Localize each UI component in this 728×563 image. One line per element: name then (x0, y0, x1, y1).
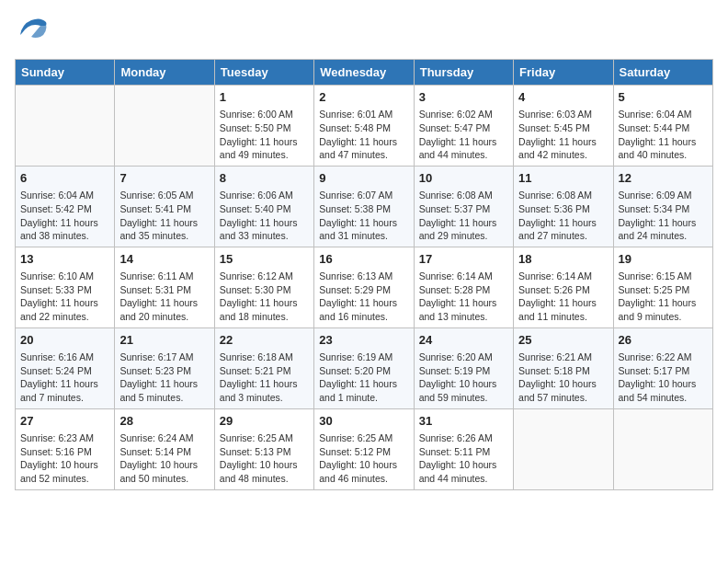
day-number: 1 (220, 89, 309, 106)
calendar-cell: 18Sunrise: 6:14 AM Sunset: 5:26 PM Dayli… (514, 247, 613, 327)
calendar-week-row: 20Sunrise: 6:16 AM Sunset: 5:24 PM Dayli… (16, 327, 713, 408)
day-info: Sunrise: 6:04 AM Sunset: 5:44 PM Dayligh… (619, 108, 708, 162)
day-number: 15 (220, 251, 309, 268)
day-of-week-header: Friday (514, 60, 613, 86)
day-of-week-header: Thursday (414, 60, 513, 86)
day-of-week-header: Monday (115, 60, 214, 86)
calendar-cell: 16Sunrise: 6:13 AM Sunset: 5:29 PM Dayli… (314, 247, 414, 327)
calendar-cell: 26Sunrise: 6:22 AM Sunset: 5:17 PM Dayli… (613, 327, 712, 408)
day-info: Sunrise: 6:11 AM Sunset: 5:31 PM Dayligh… (119, 270, 209, 324)
day-info: Sunrise: 6:16 AM Sunset: 5:24 PM Dayligh… (20, 350, 109, 405)
day-info: Sunrise: 6:19 AM Sunset: 5:20 PM Dayligh… (319, 350, 408, 405)
day-info: Sunrise: 6:24 AM Sunset: 5:14 PM Dayligh… (119, 431, 209, 486)
calendar-cell: 29Sunrise: 6:25 AM Sunset: 5:13 PM Dayli… (214, 408, 313, 489)
day-info: Sunrise: 6:26 AM Sunset: 5:11 PM Dayligh… (419, 431, 508, 486)
day-number: 19 (619, 251, 708, 268)
day-of-week-header: Tuesday (214, 60, 313, 86)
calendar-cell (115, 86, 214, 167)
day-info: Sunrise: 6:08 AM Sunset: 5:37 PM Dayligh… (419, 189, 508, 243)
calendar-cell: 4Sunrise: 6:03 AM Sunset: 5:45 PM Daylig… (514, 86, 613, 167)
calendar-week-row: 27Sunrise: 6:23 AM Sunset: 5:16 PM Dayli… (16, 408, 713, 489)
calendar-cell: 17Sunrise: 6:14 AM Sunset: 5:28 PM Dayli… (414, 247, 513, 327)
logo-icon (15, 15, 51, 52)
day-info: Sunrise: 6:22 AM Sunset: 5:17 PM Dayligh… (619, 350, 708, 405)
calendar-body: 1Sunrise: 6:00 AM Sunset: 5:50 PM Daylig… (16, 86, 713, 490)
day-of-week-header: Saturday (613, 60, 712, 86)
calendar-table: SundayMondayTuesdayWednesdayThursdayFrid… (15, 59, 713, 490)
calendar-cell: 1Sunrise: 6:00 AM Sunset: 5:50 PM Daylig… (214, 86, 313, 167)
day-info: Sunrise: 6:25 AM Sunset: 5:12 PM Dayligh… (319, 431, 408, 486)
calendar-cell (514, 408, 613, 489)
calendar-cell: 10Sunrise: 6:08 AM Sunset: 5:37 PM Dayli… (414, 166, 513, 247)
calendar-cell: 9Sunrise: 6:07 AM Sunset: 5:38 PM Daylig… (314, 166, 414, 247)
day-number: 9 (319, 170, 408, 187)
calendar-cell: 24Sunrise: 6:20 AM Sunset: 5:19 PM Dayli… (414, 327, 513, 408)
day-info: Sunrise: 6:01 AM Sunset: 5:48 PM Dayligh… (319, 108, 408, 162)
day-number: 26 (619, 332, 708, 349)
calendar-cell: 22Sunrise: 6:18 AM Sunset: 5:21 PM Dayli… (214, 327, 313, 408)
day-number: 29 (220, 413, 309, 430)
calendar-cell: 8Sunrise: 6:06 AM Sunset: 5:40 PM Daylig… (214, 166, 313, 247)
day-info: Sunrise: 6:05 AM Sunset: 5:41 PM Dayligh… (119, 189, 209, 243)
calendar-cell: 15Sunrise: 6:12 AM Sunset: 5:30 PM Dayli… (214, 247, 313, 327)
day-info: Sunrise: 6:18 AM Sunset: 5:21 PM Dayligh… (220, 350, 309, 405)
day-number: 6 (20, 170, 109, 187)
calendar-cell (16, 86, 115, 167)
day-info: Sunrise: 6:15 AM Sunset: 5:25 PM Dayligh… (619, 270, 708, 324)
calendar-cell: 5Sunrise: 6:04 AM Sunset: 5:44 PM Daylig… (613, 86, 712, 167)
day-info: Sunrise: 6:00 AM Sunset: 5:50 PM Dayligh… (220, 108, 309, 162)
day-number: 2 (319, 89, 408, 106)
calendar-cell: 13Sunrise: 6:10 AM Sunset: 5:33 PM Dayli… (16, 247, 115, 327)
day-number: 28 (119, 413, 209, 430)
day-number: 5 (619, 89, 708, 106)
day-info: Sunrise: 6:07 AM Sunset: 5:38 PM Dayligh… (319, 189, 408, 243)
page-header (15, 15, 713, 52)
calendar-cell: 23Sunrise: 6:19 AM Sunset: 5:20 PM Dayli… (314, 327, 414, 408)
day-info: Sunrise: 6:10 AM Sunset: 5:33 PM Dayligh… (20, 270, 109, 324)
calendar-cell (613, 408, 712, 489)
day-number: 3 (419, 89, 508, 106)
day-number: 7 (119, 170, 209, 187)
day-info: Sunrise: 6:03 AM Sunset: 5:45 PM Dayligh… (518, 108, 608, 162)
calendar-cell: 6Sunrise: 6:04 AM Sunset: 5:42 PM Daylig… (16, 166, 115, 247)
day-number: 20 (20, 332, 109, 349)
calendar-cell: 31Sunrise: 6:26 AM Sunset: 5:11 PM Dayli… (414, 408, 513, 489)
day-number: 11 (518, 170, 608, 187)
day-number: 25 (518, 332, 608, 349)
calendar-cell: 30Sunrise: 6:25 AM Sunset: 5:12 PM Dayli… (314, 408, 414, 489)
day-info: Sunrise: 6:23 AM Sunset: 5:16 PM Dayligh… (20, 431, 109, 486)
day-number: 17 (419, 251, 508, 268)
day-of-week-header: Sunday (16, 60, 115, 86)
logo (15, 15, 53, 52)
day-number: 4 (518, 89, 608, 106)
calendar-cell: 28Sunrise: 6:24 AM Sunset: 5:14 PM Dayli… (115, 408, 214, 489)
day-number: 12 (619, 170, 708, 187)
day-info: Sunrise: 6:14 AM Sunset: 5:28 PM Dayligh… (419, 270, 508, 324)
calendar-cell: 20Sunrise: 6:16 AM Sunset: 5:24 PM Dayli… (16, 327, 115, 408)
day-number: 22 (220, 332, 309, 349)
calendar-cell: 21Sunrise: 6:17 AM Sunset: 5:23 PM Dayli… (115, 327, 214, 408)
day-number: 18 (518, 251, 608, 268)
day-number: 16 (319, 251, 408, 268)
day-info: Sunrise: 6:09 AM Sunset: 5:34 PM Dayligh… (619, 189, 708, 243)
calendar-cell: 12Sunrise: 6:09 AM Sunset: 5:34 PM Dayli… (613, 166, 712, 247)
day-info: Sunrise: 6:13 AM Sunset: 5:29 PM Dayligh… (319, 270, 408, 324)
calendar-cell: 27Sunrise: 6:23 AM Sunset: 5:16 PM Dayli… (16, 408, 115, 489)
day-number: 30 (319, 413, 408, 430)
day-number: 24 (419, 332, 508, 349)
day-info: Sunrise: 6:25 AM Sunset: 5:13 PM Dayligh… (220, 431, 309, 486)
day-number: 8 (220, 170, 309, 187)
day-number: 31 (419, 413, 508, 430)
day-info: Sunrise: 6:17 AM Sunset: 5:23 PM Dayligh… (119, 350, 209, 405)
day-info: Sunrise: 6:12 AM Sunset: 5:30 PM Dayligh… (220, 270, 309, 324)
day-of-week-header: Wednesday (314, 60, 414, 86)
day-info: Sunrise: 6:02 AM Sunset: 5:47 PM Dayligh… (419, 108, 508, 162)
calendar-cell: 2Sunrise: 6:01 AM Sunset: 5:48 PM Daylig… (314, 86, 414, 167)
calendar-cell: 3Sunrise: 6:02 AM Sunset: 5:47 PM Daylig… (414, 86, 513, 167)
day-number: 21 (119, 332, 209, 349)
day-info: Sunrise: 6:04 AM Sunset: 5:42 PM Dayligh… (20, 189, 109, 243)
days-of-week-row: SundayMondayTuesdayWednesdayThursdayFrid… (16, 60, 713, 86)
calendar-header: SundayMondayTuesdayWednesdayThursdayFrid… (16, 60, 713, 86)
calendar-week-row: 6Sunrise: 6:04 AM Sunset: 5:42 PM Daylig… (16, 166, 713, 247)
calendar-cell: 14Sunrise: 6:11 AM Sunset: 5:31 PM Dayli… (115, 247, 214, 327)
